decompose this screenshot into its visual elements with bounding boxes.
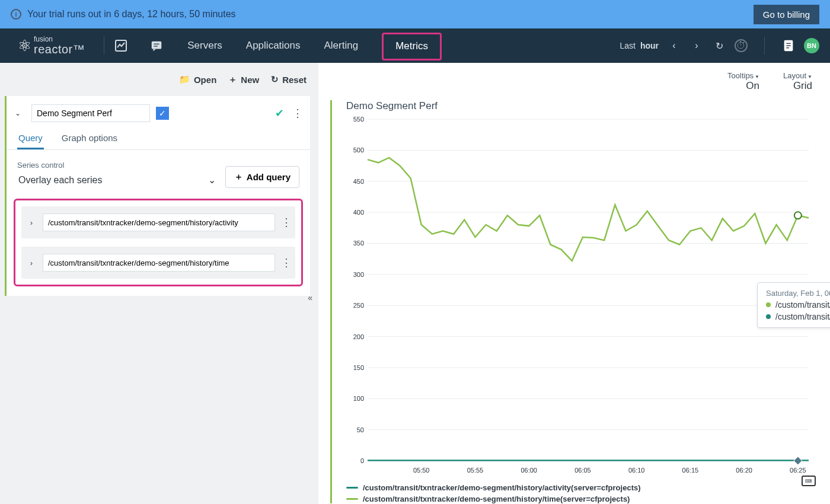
- svg-text:450: 450: [353, 178, 364, 185]
- refresh-icon[interactable]: ↻: [712, 39, 726, 53]
- plus-icon: ＋: [234, 171, 243, 183]
- time-prev-button[interactable]: ‹: [667, 39, 681, 53]
- info-icon: i: [11, 9, 21, 20]
- nav-servers[interactable]: Servers: [184, 40, 226, 52]
- divider: [764, 37, 765, 55]
- chevron-right-icon[interactable]: ›: [26, 259, 37, 267]
- svg-text:06:10: 06:10: [628, 467, 645, 474]
- svg-text:06:05: 06:05: [574, 467, 591, 474]
- clock-icon[interactable]: ⏱: [735, 39, 748, 52]
- chart-tooltip: Saturday, Feb 1, 06:26 AM /custom/transi…: [757, 282, 830, 328]
- new-button[interactable]: ＋New: [228, 74, 259, 85]
- tooltip-date: Saturday, Feb 1, 06:26 AM: [766, 289, 830, 298]
- svg-text:06:00: 06:00: [521, 467, 537, 474]
- left-panel: 📁Open ＋New ↻Reset ⌄ ✓ ✔ ⋮ Query Graph op…: [0, 63, 318, 504]
- svg-rect-1: [152, 42, 162, 49]
- chevron-down-icon[interactable]: ⌄: [15, 109, 25, 117]
- svg-marker-42: [794, 457, 802, 465]
- svg-text:200: 200: [353, 333, 364, 340]
- query-menu-icon[interactable]: ⋮: [281, 216, 290, 229]
- time-next-button[interactable]: ›: [689, 39, 704, 53]
- tab-graph-options[interactable]: Graph options: [60, 128, 119, 149]
- svg-text:500: 500: [353, 146, 364, 154]
- add-query-button[interactable]: ＋Add query: [225, 166, 299, 188]
- query-card: ⌄ ✓ ✔ ⋮ Query Graph options Series contr…: [5, 96, 310, 296]
- tooltip-row: /custom/transit/txntracker/demo-segment/…: [766, 312, 830, 321]
- folder-icon: 📁: [179, 74, 190, 85]
- legend-item[interactable]: /custom/transit/txntracker/demo-segment/…: [346, 483, 815, 492]
- panel-toolbar: 📁Open ＋New ↻Reset: [0, 63, 318, 96]
- tab-query[interactable]: Query: [17, 128, 44, 149]
- chevron-down-icon: ▼: [755, 74, 759, 79]
- nav-metrics[interactable]: Metrics: [378, 40, 445, 52]
- chevron-down-icon: ⌄: [208, 174, 216, 186]
- go-to-billing-button[interactable]: Go to billing: [754, 5, 819, 24]
- reset-button[interactable]: ↻Reset: [271, 74, 307, 85]
- series-control-label: Series control: [17, 161, 217, 170]
- svg-text:250: 250: [353, 302, 364, 309]
- chevron-right-icon[interactable]: ›: [26, 218, 37, 227]
- refresh-icon: ↻: [271, 74, 279, 85]
- query-path-input[interactable]: [43, 213, 275, 231]
- svg-text:400: 400: [353, 209, 364, 216]
- card-menu-icon[interactable]: ⋮: [292, 107, 302, 120]
- graph-title-input[interactable]: [31, 104, 150, 122]
- svg-text:150: 150: [353, 364, 364, 371]
- svg-text:05:55: 05:55: [467, 467, 484, 474]
- query-path-input[interactable]: [43, 254, 275, 272]
- tooltips-toggle[interactable]: Tooltips▼ On: [727, 71, 759, 92]
- chart-area-icon[interactable]: [113, 37, 129, 54]
- visibility-checkbox[interactable]: ✓: [156, 107, 169, 120]
- legend-swatch: [346, 498, 358, 500]
- chevron-down-icon: ▼: [807, 74, 812, 79]
- nav-alerting[interactable]: Alerting: [321, 40, 362, 52]
- svg-text:50: 50: [357, 426, 364, 433]
- svg-text:06:20: 06:20: [736, 467, 752, 474]
- document-icon[interactable]: [781, 39, 796, 53]
- series-control-select[interactable]: Overlay each series ⌄: [17, 172, 217, 188]
- series-dot: [766, 314, 771, 319]
- collapse-panel-icon[interactable]: «: [308, 293, 312, 302]
- brand-logo[interactable]: ⚛ fusion reactor™: [18, 36, 85, 56]
- query-menu-icon[interactable]: ⋮: [281, 256, 290, 269]
- series-dot: [766, 302, 771, 307]
- user-avatar[interactable]: BN: [804, 38, 819, 53]
- chart-container: Demo Segment Perf 0501001502002503003504…: [330, 100, 815, 503]
- open-button[interactable]: 📁Open: [179, 74, 216, 85]
- svg-text:300: 300: [353, 271, 364, 278]
- query-list-highlight: › ⋮ › ⋮: [14, 199, 303, 286]
- tooltip-row: /custom/transit/txntracker/demo-segment/…: [766, 300, 830, 310]
- nav-applications[interactable]: Applications: [242, 40, 304, 52]
- svg-text:06:25: 06:25: [790, 467, 806, 474]
- plus-icon: ＋: [228, 74, 237, 85]
- svg-text:350: 350: [353, 240, 364, 247]
- trial-bar: i Your trial runs out in 6 days, 12 hour…: [0, 0, 830, 28]
- chart-legend: /custom/transit/txntracker/demo-segment/…: [346, 483, 815, 503]
- svg-text:0: 0: [360, 457, 364, 464]
- divider: [104, 37, 104, 55]
- time-range-selector[interactable]: Last hour: [620, 41, 659, 50]
- legend-swatch: [346, 487, 358, 489]
- line-chart[interactable]: 05010015020025030035040045050055005:5005…: [346, 116, 815, 479]
- query-row: › ⋮: [21, 206, 295, 238]
- legend-item[interactable]: /custom/transit/txntracker/demo-segment/…: [346, 495, 815, 503]
- atom-icon: ⚛: [18, 37, 31, 55]
- svg-text:06:15: 06:15: [682, 467, 699, 474]
- layout-toggle[interactable]: Layout▼ Grid: [783, 71, 812, 92]
- svg-text:550: 550: [353, 116, 364, 123]
- chart-panel: Tooltips▼ On Layout▼ Grid Demo Segment P…: [318, 63, 830, 504]
- chart-title: Demo Segment Perf: [346, 100, 815, 112]
- svg-point-41: [794, 212, 802, 219]
- keyboard-icon[interactable]: ⌨: [802, 476, 816, 486]
- svg-text:100: 100: [353, 395, 364, 402]
- svg-text:05:50: 05:50: [413, 467, 430, 474]
- top-nav: ⚛ fusion reactor™ Servers Applications A…: [0, 28, 830, 63]
- validated-icon: ✔: [275, 107, 284, 120]
- trial-message: Your trial runs out in 6 days, 12 hours,…: [27, 9, 236, 20]
- comment-icon[interactable]: [148, 37, 165, 54]
- svg-marker-2: [154, 49, 157, 52]
- query-row: › ⋮: [21, 247, 295, 279]
